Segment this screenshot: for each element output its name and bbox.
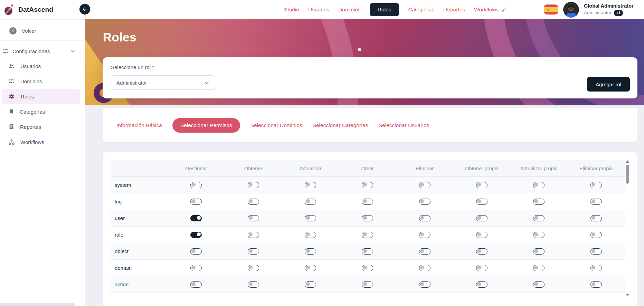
toggle-action-eliminar-propia[interactable] xyxy=(590,281,602,288)
toggle-system-eliminar-propia[interactable] xyxy=(590,182,602,188)
toggle-action-obtener-propia[interactable] xyxy=(476,281,487,288)
tab-seleccionar-usuarios[interactable]: Seleccionar Usuarios xyxy=(379,122,429,128)
sidebar-back-button[interactable]: Volver xyxy=(9,25,36,37)
toggle-action-obtener[interactable] xyxy=(248,281,259,288)
add-role-button[interactable]: Agregar rol xyxy=(587,77,630,92)
toggle-system-obtener-propia[interactable] xyxy=(476,182,487,188)
toggle-user-eliminar[interactable] xyxy=(419,215,430,221)
nav-link-categorias[interactable]: Categorías xyxy=(408,7,434,13)
toggle-user-gestionar[interactable] xyxy=(190,215,202,221)
scroll-down-arrow[interactable] xyxy=(626,294,629,296)
toggle-log-obtener[interactable] xyxy=(248,199,259,205)
toggle-user-obtener-propia[interactable] xyxy=(476,215,487,221)
nav-link-reportes[interactable]: Reportes xyxy=(443,7,465,13)
scroll-up-arrow[interactable] xyxy=(626,160,629,163)
user-extra-roles-badge[interactable]: +1 xyxy=(614,10,623,16)
toggle-log-obtener-propia[interactable] xyxy=(476,199,487,205)
toggle-domain-crear[interactable] xyxy=(362,265,373,271)
toggle-system-eliminar[interactable] xyxy=(419,182,430,188)
toggle-role-gestionar[interactable] xyxy=(190,232,202,238)
toggle-object-actualizar-propia[interactable] xyxy=(533,248,544,255)
tab-seleccionar-permisos[interactable]: Seleccionar Permisos xyxy=(172,118,240,133)
sidebar-item-reportes[interactable]: Reportes xyxy=(2,119,80,134)
toggle-role-obtener[interactable] xyxy=(248,232,259,238)
toggle-user-actualizar-propia[interactable] xyxy=(533,215,544,221)
toggle-object-eliminar[interactable] xyxy=(419,248,430,255)
toggle-object-eliminar-propia[interactable] xyxy=(590,248,602,255)
toggle-system-gestionar[interactable] xyxy=(190,182,202,188)
toggle-object-obtener[interactable] xyxy=(248,248,259,255)
toggle-object-gestionar[interactable] xyxy=(190,248,202,255)
sidebar-item-roles[interactable]: Roles xyxy=(2,89,80,104)
nav-link-studio[interactable]: Studio xyxy=(284,7,299,13)
toggle-domain-actualizar[interactable] xyxy=(305,265,316,271)
toggle-object-crear[interactable] xyxy=(362,248,373,255)
toggle-role-crear[interactable] xyxy=(362,232,373,238)
toggle-role-actualizar-propia[interactable] xyxy=(533,232,544,238)
domains-icon xyxy=(9,78,15,84)
toggle-system-actualizar-propia[interactable] xyxy=(533,182,544,188)
toggle-log-actualizar[interactable] xyxy=(305,199,316,205)
scrollbar-thumb[interactable] xyxy=(626,165,629,184)
resource-name: system xyxy=(111,182,168,188)
chevron-down-icon[interactable] xyxy=(70,49,75,54)
column-header-gestionar: Gestionar xyxy=(168,166,225,171)
hero-banner: Roles Seleccione un rol* Administrator A… xyxy=(85,19,644,105)
toggle-action-eliminar[interactable] xyxy=(419,281,430,288)
toggle-action-actualizar-propia[interactable] xyxy=(533,281,544,288)
nav-right: Global Administrator Administrator +1 xyxy=(544,0,642,19)
toggle-role-eliminar[interactable] xyxy=(419,232,430,238)
tab-informacion-basica[interactable]: Información Básica xyxy=(116,122,162,128)
toggle-log-actualizar-propia[interactable] xyxy=(533,199,544,205)
sidebar-item-dominios[interactable]: Dominios xyxy=(2,74,80,89)
toggle-object-obtener-propia[interactable] xyxy=(476,248,487,255)
spain-flag-icon[interactable] xyxy=(544,4,558,15)
table-scrollbar[interactable] xyxy=(625,160,629,297)
tab-seleccionar-categorias[interactable]: Seleccionar Categorías xyxy=(313,122,368,128)
role-select[interactable]: Administrator xyxy=(111,75,215,90)
tab-seleccionar-dominios[interactable]: Seleccionar Dominios xyxy=(250,122,302,128)
toggle-role-actualizar[interactable] xyxy=(305,232,316,238)
toggle-domain-eliminar[interactable] xyxy=(419,265,430,271)
resource-name: role xyxy=(111,232,168,238)
toggle-domain-eliminar-propia[interactable] xyxy=(590,265,602,271)
toggle-user-actualizar[interactable] xyxy=(305,215,316,221)
nav-link-usuarios[interactable]: Usuarios xyxy=(308,7,329,13)
sidebar-item-categorias[interactable]: Categorías xyxy=(2,104,80,119)
toggle-role-obtener-propia[interactable] xyxy=(476,232,487,238)
toggle-object-actualizar[interactable] xyxy=(305,248,316,255)
nav-link-dominios[interactable]: Dominios xyxy=(338,7,361,13)
toggle-domain-obtener[interactable] xyxy=(248,265,259,271)
toggle-action-gestionar[interactable] xyxy=(190,281,202,288)
toggle-user-eliminar-propia[interactable] xyxy=(590,215,602,221)
avatar[interactable] xyxy=(563,2,579,18)
toggle-role-eliminar-propia[interactable] xyxy=(590,232,602,238)
toggle-log-gestionar[interactable] xyxy=(190,199,202,205)
permission-row-log: log xyxy=(111,193,625,210)
toggle-domain-obtener-propia[interactable] xyxy=(476,265,487,271)
nav-link-roles[interactable]: Roles xyxy=(370,3,399,16)
sidebar-collapse-button[interactable] xyxy=(79,4,90,15)
sidebar-item-workflows[interactable]: Workflows xyxy=(2,134,80,150)
toggle-log-eliminar[interactable] xyxy=(419,199,430,205)
toggle-user-crear[interactable] xyxy=(362,215,373,221)
toggle-log-crear[interactable] xyxy=(362,199,373,205)
permission-row-action: action xyxy=(111,276,625,293)
sidebar-section-configuraciones[interactable]: Configuraciones xyxy=(3,46,75,57)
toggle-domain-gestionar[interactable] xyxy=(190,265,202,271)
toggle-action-crear[interactable] xyxy=(362,281,373,288)
resource-name: domain xyxy=(111,265,168,271)
toggle-system-actualizar[interactable] xyxy=(305,182,316,188)
sidebar-item-usuarios[interactable]: Usuarios xyxy=(2,58,80,74)
toggle-user-obtener[interactable] xyxy=(248,215,259,221)
toggle-system-obtener[interactable] xyxy=(248,182,259,188)
toggle-action-actualizar[interactable] xyxy=(305,281,316,288)
toggle-domain-actualizar-propia[interactable] xyxy=(533,265,544,271)
tabs-bar: Información BásicaSeleccionar PermisosSe… xyxy=(103,108,637,142)
toggle-system-crear[interactable] xyxy=(362,182,373,188)
nav-link-workflows[interactable]: Workflows xyxy=(474,7,507,13)
brand-name: DatAscend xyxy=(18,6,53,13)
permission-row-role: role xyxy=(111,227,625,243)
user-info[interactable]: Global Administrator Administrator +1 xyxy=(584,3,642,16)
toggle-log-eliminar-propia[interactable] xyxy=(590,199,602,205)
